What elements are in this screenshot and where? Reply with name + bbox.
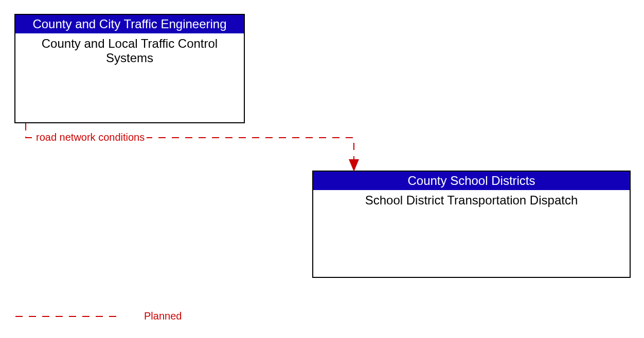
entity-header-bottom: County School Districts	[313, 172, 630, 190]
entity-body-bottom: School District Transportation Dispatch	[313, 190, 630, 211]
flow-arrow	[26, 123, 354, 170]
flow-label: road network conditions	[34, 132, 147, 143]
entity-header-top: County and City Traffic Engineering	[15, 15, 244, 33]
entity-box-top: County and City Traffic Engineering Coun…	[14, 14, 245, 123]
entity-box-bottom: County School Districts School District …	[312, 171, 631, 278]
legend-label-planned: Planned	[144, 310, 182, 322]
entity-body-top: County and Local Traffic Control Systems	[15, 33, 244, 68]
